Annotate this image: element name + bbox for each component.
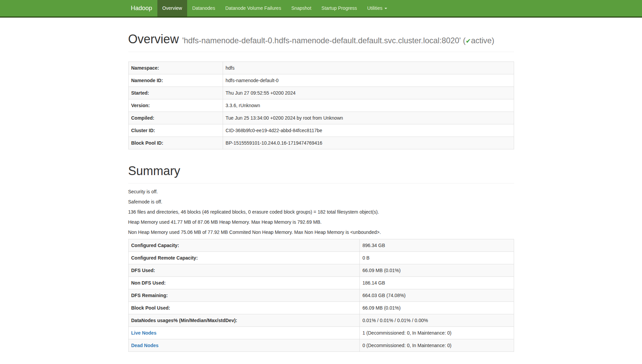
row-label: Cluster ID: (128, 124, 223, 137)
page-title: Overview 'hdfs-namenode-default-0.hdfs-n… (128, 31, 514, 48)
overview-page-header: Overview 'hdfs-namenode-default-0.hdfs-n… (128, 31, 514, 52)
table-row: DataNodes usages% (Min/Median/Max/stdDev… (128, 314, 514, 327)
namenode-address: 'hdfs-namenode-default-0.hdfs-namenode-d… (182, 36, 494, 45)
nav-item-label: Snapshot (291, 5, 311, 12)
row-value: hdfs-namenode-default-0 (223, 74, 514, 87)
table-row: Namespace: hdfs (128, 62, 514, 74)
table-row: Version: 3.3.6, rUnknown (128, 99, 514, 112)
nav-item-label: Startup Progress (322, 5, 357, 12)
row-label: Compiled: (128, 112, 223, 124)
cluster-summary-table: Configured Capacity: 896.34 GB Configure… (128, 239, 514, 352)
row-label: Configured Remote Capacity: (128, 252, 359, 264)
caret-down-icon (384, 8, 387, 9)
state-paren: ( (463, 36, 466, 45)
row-label: Block Pool ID: (128, 137, 223, 149)
summary-page-header: Summary (128, 163, 514, 184)
summary-filesystem-objects: 136 files and directories, 46 blocks (46… (128, 209, 514, 215)
nav-item-label: Overview (162, 5, 182, 12)
nav-menu: Overview Datanodes Datanode Volume Failu… (157, 0, 392, 17)
nav-item-datanode-volume-failures[interactable]: Datanode Volume Failures (220, 0, 286, 17)
table-row: Namenode ID: hdfs-namenode-default-0 (128, 74, 514, 87)
nav-item-label: Utilities (367, 5, 382, 12)
row-label: DFS Remaining: (128, 289, 359, 302)
table-row: Dead Nodes 0 (Decommissioned: 0, In Main… (128, 339, 514, 352)
summary-security: Security is off. (128, 188, 514, 195)
row-label: Namenode ID: (128, 74, 223, 87)
table-row: DFS Remaining: 664.03 GB (74.08%) (128, 289, 514, 302)
nav-item-label: Datanode Volume Failures (225, 5, 281, 12)
row-value: 0 B (359, 252, 514, 264)
table-row: Configured Remote Capacity: 0 B (128, 252, 514, 264)
summary-safemode: Safemode is off. (128, 198, 514, 205)
table-row: Configured Capacity: 896.34 GB (128, 239, 514, 252)
row-value: hdfs (223, 62, 514, 74)
table-row: Compiled: Tue Jun 25 13:34:00 +0200 2024… (128, 112, 514, 124)
dead-nodes-link[interactable]: Dead Nodes (131, 343, 159, 348)
table-row: Live Nodes 1 (Decommissioned: 0, In Main… (128, 327, 514, 339)
row-label: Configured Capacity: (128, 239, 359, 252)
row-label: Started: (128, 87, 223, 99)
row-label: Namespace: (128, 62, 223, 74)
top-navbar: Hadoop Overview Datanodes Datanode Volum… (0, 0, 642, 18)
row-value: Tue Jun 25 13:34:00 +0200 2024 by root f… (223, 112, 514, 124)
table-row: Block Pool Used: 66.09 MB (0.01%) (128, 302, 514, 314)
nav-item-label: Datanodes (192, 5, 215, 12)
summary-title: Summary (128, 163, 514, 179)
row-value: 664.03 GB (74.08%) (359, 289, 514, 302)
state-label: active) (471, 36, 494, 45)
nav-item-utilities-dropdown[interactable]: Utilities (362, 0, 392, 17)
row-label: DataNodes usages% (Min/Median/Max/stdDev… (128, 314, 359, 327)
row-value: 3.3.6, rUnknown (223, 99, 514, 112)
row-label: Non DFS Used: (128, 277, 359, 289)
row-label: Dead Nodes (128, 339, 359, 352)
nav-item-overview[interactable]: Overview (157, 0, 187, 17)
row-label: DFS Used: (128, 264, 359, 277)
main-container: Overview 'hdfs-namenode-default-0.hdfs-n… (123, 31, 519, 352)
row-value: 896.34 GB (359, 239, 514, 252)
row-value: CID-368b9fc0-ee19-4d22-abbd-84fcec8117be (223, 124, 514, 137)
table-row: Started: Thu Jun 27 09:52:55 +0200 2024 (128, 87, 514, 99)
row-value: Thu Jun 27 09:52:55 +0200 2024 (223, 87, 514, 99)
row-value: 66.09 MB (0.01%) (359, 302, 514, 314)
brand-link[interactable]: Hadoop (128, 0, 157, 17)
row-value: 0.01% / 0.01% / 0.01% / 0.00% (359, 314, 514, 327)
row-label: Block Pool Used: (128, 302, 359, 314)
namenode-info-table: Namespace: hdfs Namenode ID: hdfs-nameno… (128, 62, 514, 149)
namenode-address-text: 'hdfs-namenode-default-0.hdfs-namenode-d… (182, 36, 461, 45)
live-nodes-link[interactable]: Live Nodes (131, 330, 157, 336)
row-value: BP-1515559101-10.244.0.16-1719474769416 (223, 137, 514, 149)
page-title-text: Overview (128, 32, 179, 46)
ha-state: (✔active) (463, 36, 494, 45)
table-row: Block Pool ID: BP-1515559101-10.244.0.16… (128, 137, 514, 149)
row-value: 186.14 GB (359, 277, 514, 289)
nav-item-startup-progress[interactable]: Startup Progress (316, 0, 362, 17)
table-row: Cluster ID: CID-368b9fc0-ee19-4d22-abbd-… (128, 124, 514, 137)
summary-heap-memory: Heap Memory used 41.77 MB of 87.06 MB He… (128, 219, 514, 225)
row-value: 0 (Decommissioned: 0, In Maintenance: 0) (359, 339, 514, 352)
nav-item-snapshot[interactable]: Snapshot (286, 0, 316, 17)
summary-non-heap-memory: Non Heap Memory used 75.06 MB of 77.92 M… (128, 229, 514, 236)
row-value: 66.09 MB (0.01%) (359, 264, 514, 277)
row-value: 1 (Decommissioned: 0, In Maintenance: 0) (359, 327, 514, 339)
row-label: Version: (128, 99, 223, 112)
navbar-inner: Hadoop Overview Datanodes Datanode Volum… (123, 0, 519, 17)
row-label: Live Nodes (128, 327, 359, 339)
check-icon: ✔ (466, 38, 471, 45)
nav-item-datanodes[interactable]: Datanodes (187, 0, 220, 17)
table-row: DFS Used: 66.09 MB (0.01%) (128, 264, 514, 277)
table-row: Non DFS Used: 186.14 GB (128, 277, 514, 289)
